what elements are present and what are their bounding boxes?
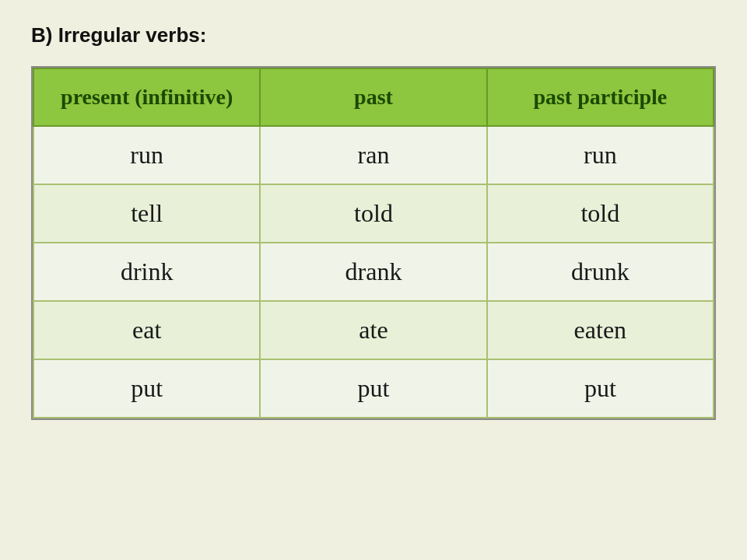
cell-r1-c2: told <box>487 184 714 243</box>
cell-r2-c2: drunk <box>487 243 714 301</box>
cell-r4-c2: put <box>487 359 714 418</box>
table-row: eatateeaten <box>33 301 714 359</box>
page-heading: B) Irregular verbs: <box>31 23 206 47</box>
cell-r4-c0: put <box>33 359 260 418</box>
cell-r0-c0: run <box>33 126 260 184</box>
cell-r3-c2: eaten <box>487 301 714 359</box>
header-past-participle: past participle <box>487 68 714 126</box>
table-row: telltoldtold <box>33 184 714 243</box>
cell-r3-c1: ate <box>260 301 486 359</box>
cell-r1-c1: told <box>260 184 486 243</box>
cell-r0-c2: run <box>487 126 714 184</box>
cell-r2-c0: drink <box>33 243 260 301</box>
cell-r2-c1: drank <box>260 243 486 301</box>
header-past: past <box>260 68 486 126</box>
irregular-verbs-table-wrapper: present (infinitive) past past participl… <box>31 66 716 420</box>
cell-r1-c0: tell <box>33 184 260 243</box>
table-header-row: present (infinitive) past past participl… <box>33 68 714 126</box>
table-row: drinkdrankdrunk <box>33 243 714 301</box>
irregular-verbs-table: present (infinitive) past past participl… <box>33 68 714 418</box>
table-row: putputput <box>33 359 714 418</box>
cell-r4-c1: put <box>260 359 486 418</box>
header-present-infinitive: present (infinitive) <box>33 68 260 126</box>
cell-r0-c1: ran <box>260 126 486 184</box>
table-row: runranrun <box>33 126 714 184</box>
cell-r3-c0: eat <box>33 301 260 359</box>
